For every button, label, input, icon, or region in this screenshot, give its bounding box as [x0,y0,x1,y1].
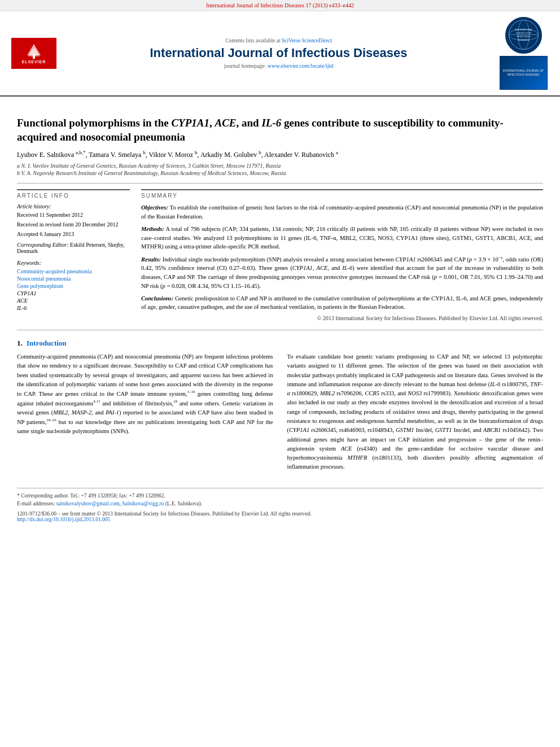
article-info-col: ARTICLE INFO Article history: Received 1… [17,189,130,321]
article-info-header: ARTICLE INFO [17,189,130,199]
authors: Lyubov E. Salnikova a,b,*, Tamara V. Sme… [17,150,543,159]
divider-mid [17,330,543,330]
keywords-label: Keywords: [17,260,130,266]
accepted-date: Accepted 6 January 2013 [17,231,130,237]
journal-header: ELSEVIER Contents lists available at Sci… [0,11,560,97]
journal-badge: INTERNATIONAL JOURNAL OF INFECTIOUS DISE… [500,56,548,90]
intro-left-para1: Community-acquired pneumonia (CAP) and n… [17,352,273,436]
contents-line: Contents lists available at SciVerse Sci… [68,38,489,43]
journal-citation: International Journal of Infectious Dise… [206,2,354,8]
affiliation-a: a N. I. Vavilov Institute of General Gen… [17,163,543,169]
email-label: E-mail addresses: [17,501,55,506]
revised-date: Received in revised form 20 December 201… [17,221,130,228]
footnote-email: E-mail addresses: salnikovalyuhov@gmail.… [17,501,543,506]
footer-issn: 1201-9712/$36.00 – see front matter © 20… [17,511,543,517]
society-circle: INTERNATIONAL SOCIETY FOR INFECTIOUS DIS… [505,17,542,54]
elsevier-brand: ELSEVIER [11,38,56,69]
elsevier-logo: ELSEVIER [11,38,56,69]
corresponding-editor-label: Corresponding Editor: [17,242,69,248]
footer-section: * Corresponding author. Tel.: +7 499 132… [17,488,543,522]
objectives-text: Objectives: To establish the contributio… [141,203,543,221]
affiliation-b: b V. A. Negovsky Research Institute of G… [17,170,543,176]
footer-bottom: 1201-9712/$36.00 – see front matter © 20… [17,511,543,522]
keywords-list: Community-acquired pneumonia Nosocomial … [17,268,130,311]
results-label: Results: [141,256,161,263]
elsevier-label: ELSEVIER [22,60,46,64]
homepage-url[interactable]: www.elsevier.com/locate/ijid [268,63,334,69]
keyword-5: ACE [17,298,130,304]
received-date: Received 11 September 2012 [17,212,130,218]
keyword-4: CYP1A1 [17,290,130,296]
sciverse-link[interactable]: SciVerse ScienceDirect [282,38,332,43]
divider-top [17,183,543,184]
footer-doi: http://dx.doi.org/10.1016/j.ijid.2013.01… [17,517,543,522]
intro-two-col: Community-acquired pneumonia (CAP) and n… [17,352,543,476]
results-body: Individual single nucleotide polymorphis… [141,256,543,289]
objectives-body: To establish the contribution of genetic… [141,204,543,220]
keyword-1: Community-acquired pneumonia [17,268,130,274]
main-content: Functional polymorphisms in the CYP1A1, … [0,97,560,534]
methods-label: Methods: [141,226,164,232]
page: International Journal of Infectious Dise… [0,0,560,747]
copyright-line: © 2013 International Society for Infecti… [141,315,543,321]
intro-right-para1: To evaluate candidate host genetic varia… [287,352,544,471]
footnote-corresp: * Corresponding author. Tel.: +7 499 132… [17,493,543,499]
introduction-section: 1. Introduction Community-acquired pneum… [17,339,543,476]
intro-right-col: To evaluate candidate host genetic varia… [287,352,544,476]
svg-text:DISEASES: DISEASES [518,38,529,41]
doi-link[interactable]: http://dx.doi.org/10.1016/j.ijid.2013.01… [17,517,110,522]
intro-left-col: Community-acquired pneumonia (CAP) and n… [17,352,273,476]
results-text: Results: Individual single nucleotide po… [141,255,543,291]
journal-name: International Journal of Infectious Dise… [68,46,489,60]
keyword-2: Nosocomial pneumonia [17,276,130,282]
intro-title: 1. Introduction [17,339,543,348]
conclusions-text: Conclusions: Genetic predisposition to C… [141,294,543,312]
email-link[interactable]: salnikovalyuhov@gmail.com [56,501,120,506]
conclusions-label: Conclusions: [141,295,173,302]
society-circle-text: INTERNATIONAL SOCIETY FOR INFECTIOUS DIS… [506,17,541,54]
badge-text: INTERNATIONAL JOURNAL OF INFECTIOUS DISE… [502,69,545,77]
summary-header: SUMMARY [141,189,543,199]
svg-text:INFECTIOUS: INFECTIOUS [517,35,531,38]
svg-text:SOCIETY FOR: SOCIETY FOR [515,32,531,34]
summary-col: SUMMARY Objectives: To establish the con… [141,189,543,321]
society-logos: INTERNATIONAL SOCIETY FOR INFECTIOUS DIS… [498,17,549,90]
methods-body: A total of 796 subjects (CAP; 334 patien… [141,226,543,250]
article-info-summary: ARTICLE INFO Article history: Received 1… [17,189,543,321]
svg-text:INTERNATIONAL: INTERNATIONAL [514,28,532,31]
conclusions-body: Genetic predisposition to CAP and NP is … [141,295,543,311]
methods-text: Methods: A total of 796 subjects (CAP; 3… [141,225,543,251]
keyword-3: Gene polymorphism [17,283,130,289]
journal-homepage: journal homepage: www.elsevier.com/locat… [68,63,489,69]
keyword-6: IL-6 [17,305,130,311]
email-link-2[interactable]: Salnikova@vigg.ru [122,501,164,506]
affiliations: a N. I. Vavilov Institute of General Gen… [17,163,543,176]
elsevier-tree-icon [23,43,45,60]
history-label: Article history: [17,203,130,209]
article-title: Functional polymorphisms in the CYP1A1, … [17,116,543,144]
objectives-label: Objectives: [141,204,168,211]
top-strip: International Journal of Infectious Dise… [0,0,560,11]
journal-title-block: Contents lists available at SciVerse Sci… [68,38,489,69]
